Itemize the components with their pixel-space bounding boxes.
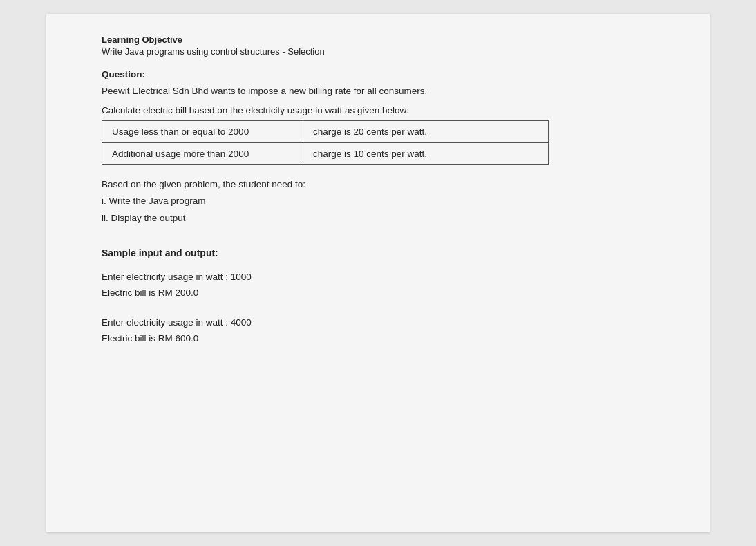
sample-example-2: Enter electricity usage in watt : 4000 E… <box>102 315 675 347</box>
sample-section: Sample input and output: Enter electrici… <box>102 247 675 347</box>
sample-output-2: Electric bill is RM 600.0 <box>102 331 675 347</box>
question-intro: Peewit Electrical Sdn Bhd wants to impos… <box>102 84 675 99</box>
learning-objective-subtitle: Write Java programs using control struct… <box>102 46 675 57</box>
task-item-2: ii. Display the output <box>102 210 675 227</box>
sample-output-1: Electric bill is RM 200.0 <box>102 285 675 301</box>
table-row: Usage less than or equal to 2000 charge … <box>102 121 549 143</box>
sample-input-2: Enter electricity usage in watt : 4000 <box>102 315 675 331</box>
billing-table: Usage less than or equal to 2000 charge … <box>102 120 549 165</box>
task-list: Based on the given problem, the student … <box>102 176 675 227</box>
sample-example-1: Enter electricity usage in watt : 1000 E… <box>102 270 675 301</box>
task-item-1: i. Write the Java program <box>102 193 675 209</box>
table-cell-usage-2: Additional usage more than 2000 <box>102 143 303 165</box>
table-row: Additional usage more than 2000 charge i… <box>102 143 549 165</box>
table-cell-charge-1: charge is 20 cents per watt. <box>303 121 549 143</box>
learning-objective-section: Learning Objective Write Java programs u… <box>102 35 675 57</box>
question-table-intro: Calculate electric bill based on the ele… <box>102 103 675 118</box>
sample-input-1: Enter electricity usage in watt : 1000 <box>102 270 675 285</box>
page-container: Learning Objective Write Java programs u… <box>46 14 710 532</box>
table-cell-charge-2: charge is 10 cents per watt. <box>303 143 549 165</box>
table-cell-usage-1: Usage less than or equal to 2000 <box>102 121 303 143</box>
sample-header: Sample input and output: <box>102 247 675 258</box>
question-label: Question: <box>102 69 675 79</box>
learning-objective-label: Learning Objective <box>102 35 675 45</box>
task-intro: Based on the given problem, the student … <box>102 176 675 193</box>
question-section: Question: Peewit Electrical Sdn Bhd want… <box>102 69 675 227</box>
